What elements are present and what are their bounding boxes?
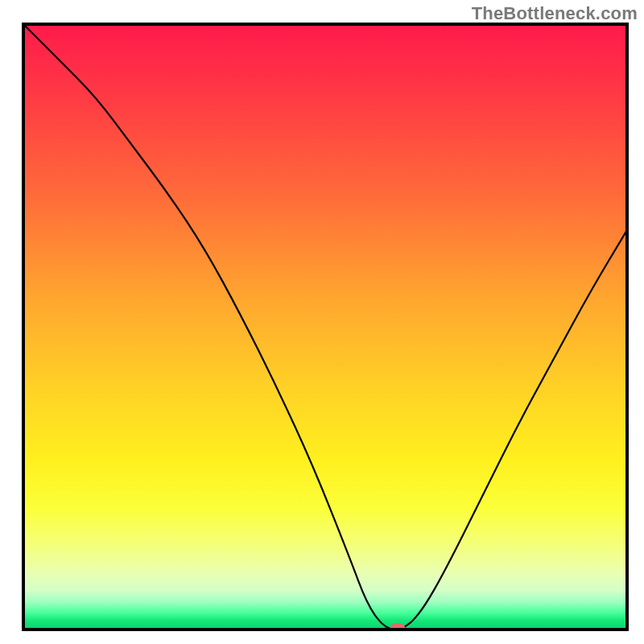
- bottleneck-chart: [0, 0, 644, 644]
- chart-frame: TheBottleneck.com: [0, 0, 644, 644]
- gradient-background: [23, 24, 627, 630]
- plot-area: [23, 24, 627, 631]
- attribution-label: TheBottleneck.com: [472, 3, 638, 24]
